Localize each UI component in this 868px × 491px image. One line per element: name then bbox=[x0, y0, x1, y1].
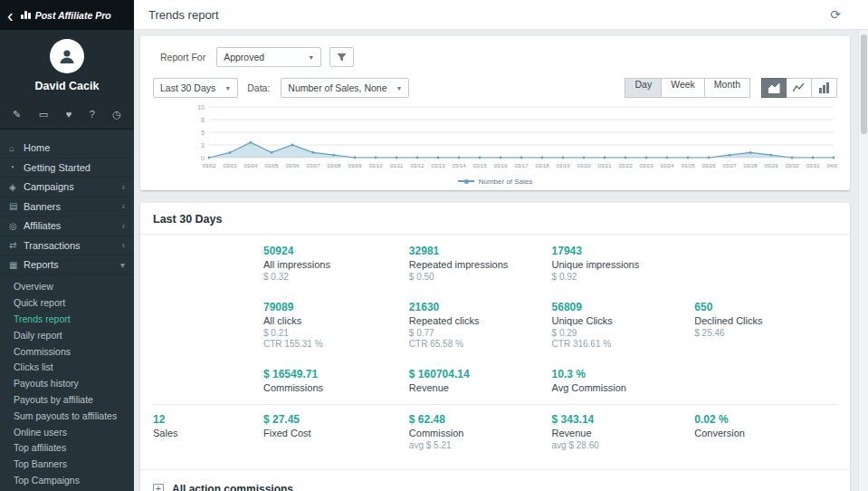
getting-started-icon: ◔ bbox=[9, 162, 24, 172]
data-value: Number of Sales, None bbox=[288, 82, 386, 93]
sidebar-subitem-sum-payouts-to-affiliates[interactable]: Sum payouts to affiliates bbox=[0, 408, 134, 424]
sidebar-item-home[interactable]: ⌂Home bbox=[0, 139, 134, 159]
bar-chart-button[interactable] bbox=[812, 78, 837, 98]
line-chart-button[interactable] bbox=[787, 78, 812, 98]
x-tick-label: 03/16 bbox=[493, 163, 508, 168]
stat-cell: 79089All clicks$ 0.21CTR 155.31 % bbox=[263, 293, 409, 360]
sidebar-subitem-commissions[interactable]: Commissions bbox=[0, 343, 134, 360]
stat-cell: 21630Repeated clicks$ 0.77CTR 65.58 % bbox=[409, 293, 552, 360]
x-tick-label: 03/27 bbox=[722, 163, 737, 168]
data-point bbox=[375, 157, 377, 159]
sidebar-subitem-top-campaigns[interactable]: Top Campaigns bbox=[0, 472, 134, 488]
stats-card-title: Last 30 Days bbox=[140, 203, 850, 235]
expand-plus-icon[interactable]: + bbox=[153, 484, 164, 491]
stat-value: 650 bbox=[694, 301, 834, 313]
sidebar-item-banners[interactable]: ▤Banners‹ bbox=[0, 197, 134, 217]
heart-icon[interactable]: ♥ bbox=[66, 109, 72, 120]
sidebar-subitem-payouts-history[interactable]: Payouts history bbox=[0, 375, 134, 391]
sidebar-item-label: Home bbox=[24, 142, 50, 153]
vertical-scrollbar[interactable] bbox=[858, 30, 868, 491]
refresh-icon[interactable]: ⟳ bbox=[830, 7, 841, 22]
x-tick-label: 03/10 bbox=[368, 163, 383, 168]
stat-cell: 0.02 %Conversion bbox=[694, 405, 837, 461]
period-select[interactable]: Last 30 Days ▼ bbox=[153, 78, 238, 98]
pencil-icon[interactable]: ✎ bbox=[13, 109, 21, 120]
stat-cell: 10.3 %Avg Commission bbox=[552, 360, 695, 404]
stat-label: Sales bbox=[153, 428, 260, 438]
stat-value: 50924 bbox=[263, 245, 405, 257]
data-point bbox=[729, 154, 731, 157]
granularity-button-day[interactable]: Day bbox=[625, 78, 662, 98]
bar-chart-icon bbox=[818, 82, 830, 93]
stat-cell: $ 160704.14Revenue bbox=[409, 360, 552, 404]
data-point bbox=[708, 157, 711, 159]
data-point bbox=[749, 151, 752, 154]
history-icon[interactable]: ◷ bbox=[112, 109, 121, 120]
stat-label: Commission bbox=[409, 428, 548, 438]
sidebar-item-affiliates[interactable]: ◎Affiliates‹ bbox=[0, 217, 134, 236]
granularity-button-group: DayWeekMonth bbox=[625, 78, 750, 98]
granularity-button-week[interactable]: Week bbox=[662, 78, 705, 98]
sidebar-item-campaigns[interactable]: ◈Campaigns‹ bbox=[0, 178, 134, 197]
stat-label: Commissions bbox=[263, 382, 405, 393]
sidebar-subitem-payouts-by-affiliate[interactable]: Payouts by affiliate bbox=[0, 391, 134, 408]
granularity-button-month[interactable]: Month bbox=[705, 78, 750, 98]
stat-label: Revenue bbox=[409, 382, 548, 393]
scrollbar-thumb[interactable] bbox=[861, 34, 867, 134]
sidebar-subitem-top-affiliates[interactable]: Top affiliates bbox=[0, 439, 134, 456]
filters-card: Report For Approved ▼ Last 30 Days ▼ Dat… bbox=[140, 36, 850, 190]
stat-sub: CTR 155.31 % bbox=[263, 339, 405, 351]
sidebar-subitem-top-banners[interactable]: Top Banners bbox=[0, 456, 134, 472]
sidebar-subitem-online-users[interactable]: Online users bbox=[0, 424, 134, 440]
data-point bbox=[291, 144, 294, 147]
stat-value: 21630 bbox=[409, 301, 548, 313]
data-point bbox=[208, 157, 211, 159]
area-chart-button[interactable] bbox=[761, 78, 787, 98]
sidebar-subitem-daily-report[interactable]: Daily report bbox=[0, 327, 134, 343]
stat-value: $ 160704.14 bbox=[409, 368, 548, 380]
stat-sub: $ 0.92 bbox=[552, 272, 692, 284]
stat-value: $ 62.48 bbox=[409, 413, 548, 426]
sidebar-item-transactions[interactable]: ⇄Transactions‹ bbox=[0, 236, 134, 256]
stat-cell: 17943Unique impressions$ 0.92 bbox=[552, 236, 695, 293]
stat-sub: $ 0.77 bbox=[409, 328, 548, 340]
data-point bbox=[437, 157, 440, 159]
stats-row: 50924All impressions$ 0.3232981Repeated … bbox=[153, 236, 837, 293]
data-point bbox=[229, 151, 232, 154]
data-point bbox=[791, 157, 794, 159]
data-point bbox=[520, 157, 523, 159]
stats-card: Last 30 Days 50924All impressions$ 0.323… bbox=[140, 203, 850, 491]
period-value: Last 30 Days bbox=[160, 82, 215, 93]
chart-legend: Number of Sales bbox=[153, 176, 837, 187]
sidebar-subitem-quick-report[interactable]: Quick report bbox=[0, 294, 134, 311]
topbar-main: Trends report ⟳ bbox=[134, 0, 868, 30]
avatar[interactable] bbox=[50, 39, 84, 73]
data-point bbox=[416, 157, 419, 159]
data-point bbox=[458, 157, 461, 159]
stat-cell: 50924All impressions$ 0.32 bbox=[263, 236, 409, 293]
stat-sub: avg $ 28.60 bbox=[552, 440, 692, 452]
stat-cell: $ 27.45Fixed Cost bbox=[263, 405, 409, 461]
action-commissions-header: + All action commissions bbox=[140, 469, 850, 491]
report-for-select[interactable]: Approved ▼ bbox=[216, 47, 321, 67]
x-tick-label: 03/02 bbox=[202, 163, 216, 168]
filter-funnel-button[interactable] bbox=[329, 47, 354, 67]
sidebar-subitem-trends-report[interactable]: Trends report bbox=[0, 311, 134, 327]
question-icon[interactable]: ? bbox=[90, 109, 95, 120]
sidebar-item-getting-started[interactable]: ◔Getting Started bbox=[0, 159, 134, 178]
stats-row: $ 16549.71Commissions$ 160704.14Revenue1… bbox=[153, 360, 837, 404]
back-arrow-icon[interactable]: ‹ bbox=[7, 6, 14, 24]
stat-sub: $ 0.29 bbox=[552, 328, 692, 340]
sidebar-item-reports[interactable]: ▦Reports▾ bbox=[0, 255, 134, 275]
reports-icon: ▦ bbox=[9, 260, 24, 270]
monitor-icon[interactable]: ▭ bbox=[39, 109, 48, 120]
data-point bbox=[812, 157, 815, 159]
chevron-left-icon: ‹ bbox=[122, 182, 125, 192]
x-tick-label: 03/25 bbox=[681, 163, 695, 168]
data-point bbox=[770, 154, 773, 157]
sidebar-subitem-overview[interactable]: Overview bbox=[0, 279, 134, 295]
sidebar-subitem-clicks-list[interactable]: Clicks list bbox=[0, 359, 134, 375]
x-tick-label: 03/29 bbox=[764, 163, 778, 168]
data-select[interactable]: Number of Sales, None ▼ bbox=[281, 78, 409, 98]
sidebar-menu: ⌂Home◔Getting Started◈Campaigns‹▤Banners… bbox=[0, 139, 134, 275]
